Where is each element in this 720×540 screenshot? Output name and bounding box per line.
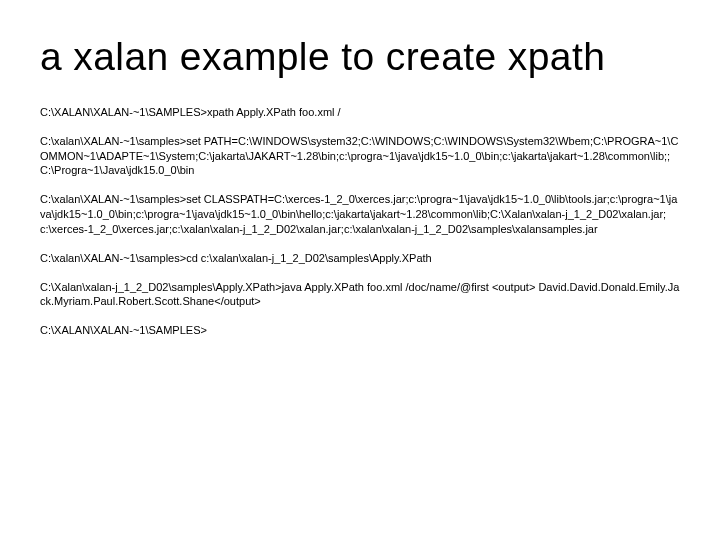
cmd-block: C:\xalan\XALAN-~1\samples>cd c:\xalan\xa… bbox=[40, 251, 680, 266]
cmd-block: C:\XALAN\XALAN-~1\SAMPLES>xpath Apply.XP… bbox=[40, 105, 680, 120]
slide: a xalan example to create xpath C:\XALAN… bbox=[0, 0, 720, 540]
cmd-block: C:\Xalan\xalan-j_1_2_D02\samples\Apply.X… bbox=[40, 280, 680, 310]
slide-title: a xalan example to create xpath bbox=[40, 36, 680, 79]
cmd-block: C:\xalan\XALAN-~1\samples>set PATH=C:\WI… bbox=[40, 134, 680, 179]
cmd-block: C:\XALAN\XALAN-~1\SAMPLES> bbox=[40, 323, 680, 338]
cmd-block: C:\xalan\XALAN-~1\samples>set CLASSPATH=… bbox=[40, 192, 680, 237]
